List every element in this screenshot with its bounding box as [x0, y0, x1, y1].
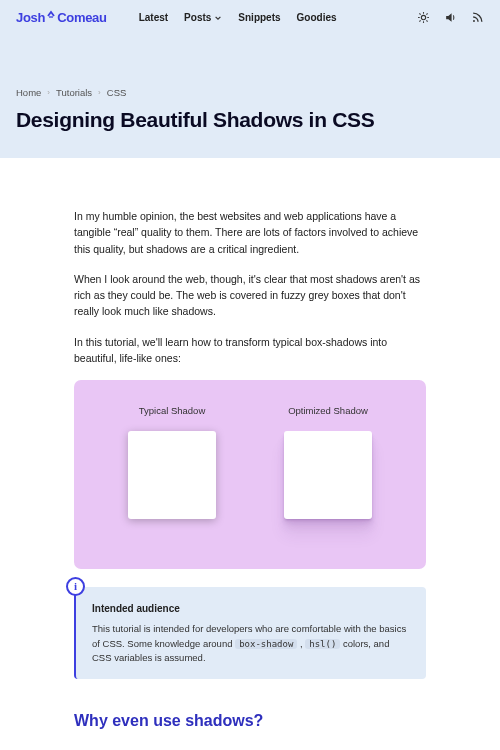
nav-posts[interactable]: Posts — [184, 12, 222, 23]
top-nav: Josh Comeau Latest Posts Snippets Goodie… — [16, 10, 484, 25]
svg-line-8 — [426, 13, 427, 14]
nav-links: Latest Posts Snippets Goodies — [139, 12, 337, 23]
svg-point-0 — [421, 15, 425, 19]
svg-line-7 — [419, 20, 420, 21]
heading-why-shadows: Why even use shadows? — [74, 709, 426, 734]
intro-p3: In this tutorial, we'll learn how to tra… — [74, 334, 426, 367]
breadcrumb-css[interactable]: CSS — [107, 87, 127, 98]
page-title: Designing Beautiful Shadows in CSS — [16, 108, 484, 132]
logo[interactable]: Josh Comeau — [16, 10, 107, 25]
chevron-down-icon — [214, 14, 222, 22]
svg-line-6 — [426, 20, 427, 21]
nav-latest[interactable]: Latest — [139, 12, 168, 23]
optimized-shadow-box — [284, 431, 372, 519]
typical-shadow-box — [128, 431, 216, 519]
breadcrumb: Home › Tutorials › CSS — [16, 87, 484, 98]
info-icon: i — [66, 577, 85, 596]
breadcrumb-home[interactable]: Home — [16, 87, 41, 98]
code-box-shadow: box-shadow — [235, 639, 297, 649]
article-body: In my humble opinion, the best websites … — [0, 158, 500, 750]
demo-optimized: Optimized Shadow — [284, 404, 372, 519]
breadcrumb-tutorials[interactable]: Tutorials — [56, 87, 92, 98]
logo-first: Josh — [16, 10, 45, 25]
logo-caret-icon — [46, 9, 56, 21]
chevron-right-icon: › — [47, 88, 50, 97]
aside-title: Intended audience — [92, 601, 410, 617]
sun-icon[interactable] — [417, 11, 430, 24]
svg-point-9 — [473, 20, 475, 22]
demo-typical-label: Typical Shadow — [128, 404, 216, 419]
intro-p1: In my humble opinion, the best websites … — [74, 208, 426, 257]
chevron-right-icon: › — [98, 88, 101, 97]
rss-icon[interactable] — [471, 11, 484, 24]
shadow-demo: Typical Shadow Optimized Shadow — [74, 380, 426, 569]
code-hsl: hsl() — [305, 639, 340, 649]
sound-icon[interactable] — [444, 11, 457, 24]
demo-optimized-label: Optimized Shadow — [284, 404, 372, 419]
aside-intended-audience: i Intended audience This tutorial is int… — [74, 587, 426, 680]
logo-last: Comeau — [57, 10, 107, 25]
intro-p2: When I look around the web, though, it's… — [74, 271, 426, 320]
closing-p: We'll get to the fun CSS trickery soon, … — [74, 746, 426, 750]
nav-icons — [417, 11, 484, 24]
nav-goodies[interactable]: Goodies — [297, 12, 337, 23]
aside-body: This tutorial is intended for developers… — [92, 622, 410, 665]
svg-line-5 — [419, 13, 420, 14]
demo-typical: Typical Shadow — [128, 404, 216, 519]
nav-snippets[interactable]: Snippets — [238, 12, 280, 23]
